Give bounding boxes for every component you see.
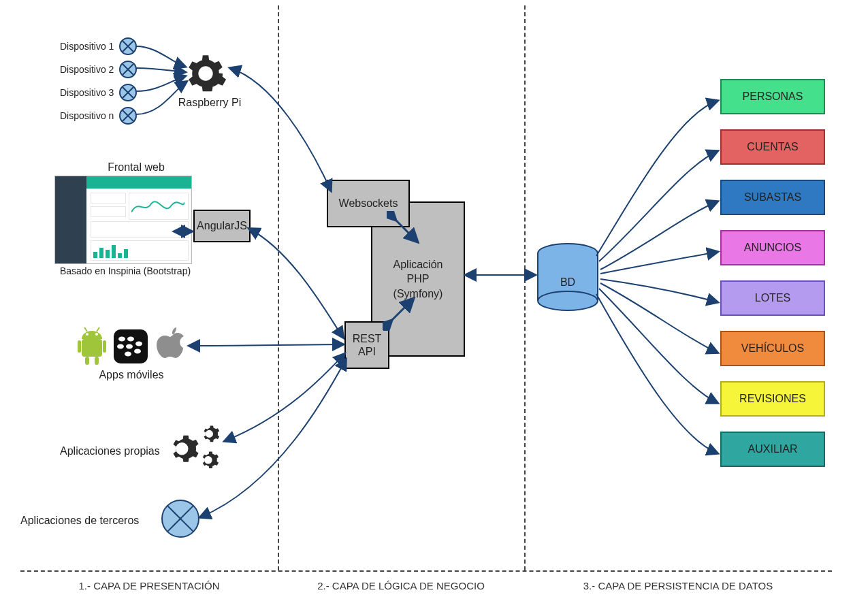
blackberry-icon xyxy=(114,329,148,363)
db-table-label: REVISIONES xyxy=(739,393,806,405)
db-table-label: PERSONAS xyxy=(743,91,803,103)
device-label: Dispositivo n xyxy=(60,110,114,121)
svg-line-17 xyxy=(392,216,414,238)
svg-rect-3 xyxy=(78,340,81,353)
db-table-cuentas: CUENTAS xyxy=(720,129,825,165)
raspberry-label: Raspberry Pi xyxy=(169,97,251,109)
cross-circle-icon xyxy=(161,500,199,538)
cross-circle-icon xyxy=(119,107,137,125)
inspinia-mock-icon xyxy=(54,176,192,264)
rest-api-label: REST API xyxy=(346,332,388,358)
frontal-title: Frontal web xyxy=(82,161,191,174)
svg-rect-4 xyxy=(103,340,106,353)
frontal-web-preview xyxy=(54,176,192,264)
devices-list: Dispositivo 1 Dispositivo 2 Dispositivo … xyxy=(60,37,137,125)
db-table-personas: PERSONAS xyxy=(720,79,825,114)
cross-circle-icon xyxy=(119,84,137,101)
angularjs-label: AngularJS xyxy=(197,220,247,232)
php-app-line2: PHP xyxy=(407,272,430,287)
svg-rect-6 xyxy=(95,357,99,365)
own-apps-node xyxy=(161,422,223,478)
db-table-label: SUBASTAS xyxy=(744,191,801,204)
architecture-diagram: 1.- CAPA DE PRESENTACIÓN 2.- CAPA DE LÓG… xyxy=(0,0,853,616)
db-table-auxiliar: AUXILIAR xyxy=(720,432,825,467)
mobile-apps-node xyxy=(76,324,185,369)
gear-icon xyxy=(184,52,227,95)
svg-point-23 xyxy=(538,291,598,310)
db-table-lotes: LOTES xyxy=(720,280,825,316)
db-table-vehículos: VEHÍCULOS xyxy=(720,331,825,366)
layer-separator-1 xyxy=(278,5,279,570)
device-item: Dispositivo 2 xyxy=(60,60,137,79)
cross-circle-icon xyxy=(119,61,137,78)
own-apps-label: Aplicaciones propias xyxy=(60,445,160,457)
db-table-label: AUXILIAR xyxy=(748,443,798,455)
device-item: Dispositivo 3 xyxy=(60,83,137,102)
svg-point-12 xyxy=(117,344,124,349)
svg-point-11 xyxy=(127,337,134,342)
db-table-revisiones: REVISIONES xyxy=(720,381,825,417)
db-table-label: VEHÍCULOS xyxy=(741,342,804,355)
svg-line-8 xyxy=(97,327,99,331)
raspberry-node xyxy=(184,52,227,98)
db-table-label: LOTES xyxy=(755,292,790,304)
svg-point-14 xyxy=(135,342,142,346)
mobile-apps-label: Apps móviles xyxy=(80,369,182,381)
svg-rect-0 xyxy=(82,339,102,357)
svg-point-16 xyxy=(134,349,141,354)
layer-label-persistence: 3.- CAPA DE PERSISTENCIA DE DATOS xyxy=(524,580,832,591)
layer-label-presentation: 1.- CAPA DE PRESENTACIÓN xyxy=(20,580,278,591)
layer-label-logic: 2.- CAPA DE LÓGICA DE NEGOCIO xyxy=(278,580,524,591)
svg-point-15 xyxy=(125,352,131,357)
db-table-label: CUENTAS xyxy=(747,141,798,153)
gears-cluster-icon xyxy=(161,422,223,475)
db-table-label: ANUNCIOS xyxy=(744,242,801,254)
apple-icon xyxy=(157,327,184,358)
websockets-label: Websockets xyxy=(335,197,402,210)
svg-point-10 xyxy=(118,337,125,342)
php-app-line1: Aplicación xyxy=(393,257,443,272)
double-arrow-icon xyxy=(387,211,421,245)
svg-point-2 xyxy=(95,333,98,336)
device-item: Dispositivo 1 xyxy=(60,37,137,56)
svg-point-1 xyxy=(86,333,88,336)
svg-point-13 xyxy=(126,344,133,349)
layers-divider xyxy=(20,570,832,572)
device-label: Dispositivo 2 xyxy=(60,64,114,75)
frontal-caption: Basado en Inspinia (Bootstrap) xyxy=(50,265,200,276)
db-table-subastas: SUBASTAS xyxy=(720,180,825,215)
android-icon xyxy=(78,327,106,365)
svg-line-7 xyxy=(84,327,87,331)
cross-circle-icon xyxy=(119,37,137,55)
device-label: Dispositivo 3 xyxy=(60,87,114,98)
svg-line-18 xyxy=(388,302,410,324)
layer-separator-2 xyxy=(524,5,526,570)
double-arrow-icon xyxy=(383,297,417,331)
database-label: BD xyxy=(538,276,598,289)
angularjs-node: AngularJS xyxy=(193,210,251,242)
svg-rect-5 xyxy=(85,357,89,365)
device-item: Dispositivo n xyxy=(60,106,137,125)
third-party-label: Aplicaciones de terceros xyxy=(20,515,139,527)
db-table-anuncios: ANUNCIOS xyxy=(720,230,825,265)
device-label: Dispositivo 1 xyxy=(60,41,114,52)
